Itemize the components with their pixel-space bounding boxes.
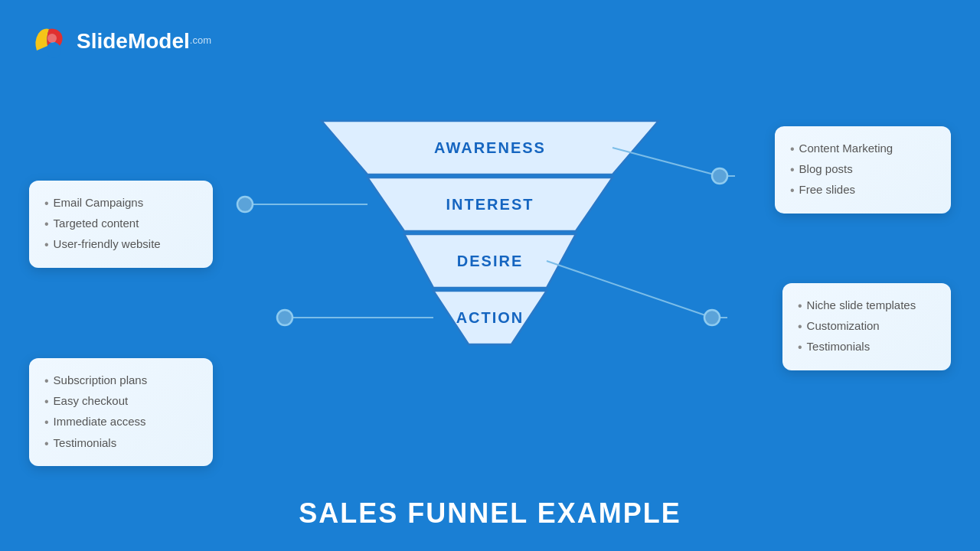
svg-line-14	[547, 261, 712, 318]
svg-marker-2	[368, 178, 612, 231]
svg-line-9	[612, 148, 720, 176]
svg-text:ACTION: ACTION	[456, 309, 524, 326]
interest-list: Email Campaigns Targeted content User-fr…	[44, 193, 198, 256]
logo: SlideModel.com	[31, 21, 211, 61]
awareness-info-box: Content Marketing Blog posts Free slides	[775, 126, 951, 214]
svg-text:DESIRE: DESIRE	[457, 253, 523, 269]
svg-marker-3	[404, 234, 576, 288]
svg-marker-4	[433, 291, 547, 344]
page-title: SALES FUNNEL EXAMPLE	[0, 497, 980, 530]
funnel-diagram-svg: AWARENESS INTEREST DESIRE ACTION	[0, 0, 980, 551]
slidemodel-logo-icon	[31, 21, 70, 61]
svg-point-11	[712, 168, 727, 184]
interest-info-box: Email Campaigns Targeted content User-fr…	[29, 181, 213, 268]
svg-point-18	[277, 310, 292, 325]
desire-item-2: Customization	[798, 316, 936, 337]
desire-item-1: Niche slide templates	[798, 295, 936, 316]
action-list: Subscription plans Easy checkout Immedia…	[44, 370, 198, 454]
desire-info-box: Niche slide templates Customization Test…	[782, 283, 951, 370]
svg-point-13	[237, 197, 253, 212]
action-item-3: Immediate access	[44, 412, 198, 432]
desire-item-3: Testimonials	[798, 337, 936, 357]
action-item-2: Easy checkout	[44, 391, 198, 412]
logo-text: SlideModel.com	[77, 29, 211, 54]
svg-marker-1	[322, 121, 658, 174]
desire-list: Niche slide templates Customization Test…	[798, 295, 936, 358]
awareness-item-1: Content Marketing	[790, 139, 936, 159]
awareness-item-3: Free slides	[790, 180, 936, 201]
awareness-item-2: Blog posts	[790, 159, 936, 180]
svg-point-0	[47, 34, 57, 43]
svg-text:AWARENESS: AWARENESS	[434, 139, 546, 156]
interest-item-2: Targeted content	[44, 214, 198, 234]
interest-item-1: Email Campaigns	[44, 193, 198, 214]
action-item-1: Subscription plans	[44, 370, 198, 391]
svg-text:INTEREST: INTEREST	[446, 196, 534, 213]
interest-item-3: User-friendly website	[44, 234, 198, 255]
awareness-list: Content Marketing Blog posts Free slides	[790, 139, 936, 201]
action-item-4: Testimonials	[44, 433, 198, 454]
action-info-box: Subscription plans Easy checkout Immedia…	[29, 358, 213, 466]
svg-point-16	[704, 310, 720, 325]
